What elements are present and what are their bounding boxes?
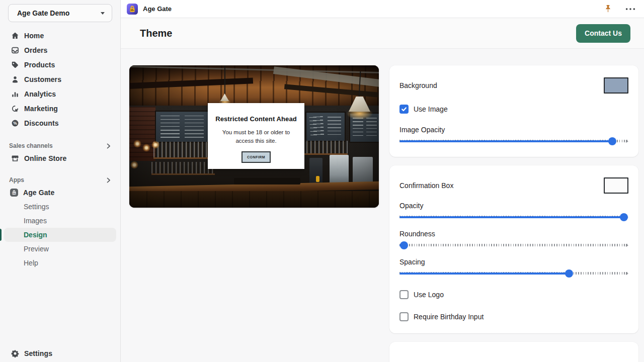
storefront-icon — [11, 154, 19, 162]
image-opacity-slider[interactable] — [399, 137, 628, 145]
products-icon — [11, 61, 19, 69]
customers-icon — [11, 75, 19, 83]
chalkboard-menu — [305, 112, 346, 142]
slider-label: Opacity — [399, 202, 628, 210]
string-light — [151, 141, 159, 149]
sidebar-item-marketing[interactable]: Marketing — [0, 101, 120, 116]
sidebar-item-online-store[interactable]: Online Store — [0, 151, 120, 165]
require-birthday-checkbox-row[interactable]: Require Birthday Input — [399, 312, 628, 321]
check-icon — [401, 106, 407, 112]
sidebar-item-label: Home — [24, 32, 44, 40]
sidebar-item-age-gate-app[interactable]: 18+ Age Gate — [0, 185, 120, 200]
slider-thumb[interactable] — [400, 241, 408, 249]
age-gate-app-icon-gray: 18+ — [10, 188, 19, 197]
card-title: Background — [399, 81, 437, 89]
age-gate-modal: Restricted Content Ahead You must be 18 … — [208, 103, 304, 169]
sidebar-item-settings[interactable]: Settings — [0, 346, 120, 360]
sidebar-item-label: Analytics — [24, 90, 56, 98]
slider-label: Image Opacity — [399, 126, 628, 134]
age-gate-admin-page: Age Gate Demo Home Orders Products Custo… — [0, 0, 644, 362]
slider-label: Spacing — [399, 258, 628, 266]
store-switcher[interactable]: Age Gate Demo — [8, 4, 112, 22]
sales-channels-header[interactable]: Sales channels — [0, 141, 120, 151]
home-icon — [11, 32, 19, 40]
slider-track — [399, 244, 628, 246]
use-image-checkbox[interactable] — [399, 105, 409, 114]
modal-body: You must be 18 or older to access this s… — [217, 128, 295, 146]
string-light — [130, 161, 138, 169]
spacing-slider[interactable] — [399, 269, 628, 277]
sidebar-item-label: Age Gate — [23, 189, 54, 197]
sidebar-item-label: Marketing — [24, 105, 58, 113]
opacity-slider[interactable] — [399, 213, 628, 221]
bottle-shelf — [302, 141, 348, 155]
chalkboard-menu — [155, 111, 209, 143]
age-gate-app-icon: 18+ — [127, 4, 138, 15]
condiment-bottle — [316, 176, 319, 182]
background-card: Background Use Image Image Opacity — [389, 65, 638, 157]
card-title: Confirmation Box — [399, 182, 453, 190]
sidebar-subitem-images[interactable]: Images — [4, 214, 116, 228]
bottle-shelf — [153, 142, 213, 159]
sidebar-item-label: Discounts — [24, 119, 59, 127]
sidebar-subitem-preview[interactable]: Preview — [4, 242, 116, 256]
use-logo-checkbox[interactable] — [399, 290, 409, 299]
slider-fill — [399, 216, 624, 218]
sidebar-item-orders[interactable]: Orders — [0, 43, 120, 57]
sidebar-item-label: Orders — [24, 46, 48, 54]
sidebar-item-customers[interactable]: Customers — [0, 72, 120, 86]
slider-fill — [399, 244, 404, 246]
espresso-machine — [330, 155, 349, 184]
confirmation-box-color-swatch[interactable] — [604, 177, 628, 194]
use-image-checkbox-row[interactable]: Use Image — [399, 105, 628, 114]
chevron-right-icon — [105, 177, 112, 184]
store-name: Age Gate Demo — [17, 9, 101, 17]
require-birthday-checkbox[interactable] — [399, 312, 409, 321]
discounts-icon: % — [11, 119, 19, 127]
sidebar-item-label: Customers — [24, 75, 61, 83]
contact-us-button[interactable]: Contact Us — [576, 24, 630, 43]
background-color-swatch[interactable] — [604, 77, 628, 94]
gear-icon — [11, 349, 19, 357]
confirm-button[interactable]: CONFIRM — [242, 151, 271, 163]
app-title: Age Gate — [143, 5, 598, 13]
sidebar-item-analytics[interactable]: Analytics — [0, 86, 120, 101]
more-menu-icon[interactable] — [624, 7, 637, 12]
sidebar-item-discounts[interactable]: % Discounts — [0, 116, 120, 130]
slider-thumb[interactable] — [608, 137, 616, 145]
roundness-slider[interactable] — [399, 241, 628, 249]
counter-tray — [234, 178, 300, 185]
lamp-cord — [224, 65, 225, 95]
svg-text:%: % — [13, 120, 17, 125]
svg-text:18+: 18+ — [130, 9, 134, 12]
apps-header[interactable]: Apps — [0, 175, 120, 185]
slider-fill — [399, 140, 612, 142]
age-gate-preview-image: Restricted Content Ahead You must be 18 … — [129, 65, 379, 208]
sidebar-subitem-settings[interactable]: Settings — [4, 200, 116, 214]
chevron-down-icon — [101, 12, 105, 17]
bar-equipment — [353, 157, 373, 184]
page-title: Theme — [140, 28, 576, 39]
chevron-right-icon — [105, 143, 112, 149]
content-area: Restricted Content Ahead You must be 18 … — [121, 49, 644, 362]
sidebar-item-products[interactable]: Products — [0, 57, 120, 72]
use-logo-checkbox-row[interactable]: Use Logo — [399, 290, 628, 299]
orders-icon — [11, 46, 19, 54]
sidebar-item-label: Settings — [24, 349, 52, 357]
sidebar-item-home[interactable]: Home — [0, 28, 120, 43]
main-area: 18+ Age Gate Theme Contact Us — [121, 0, 644, 362]
string-light — [133, 140, 141, 148]
sidebar-subitem-design[interactable]: Design — [4, 228, 116, 242]
app-topbar: 18+ Age Gate — [121, 0, 644, 18]
sidebar-subitem-help[interactable]: Help — [4, 256, 116, 270]
analytics-icon — [11, 90, 19, 98]
slider-thumb[interactable] — [565, 269, 573, 278]
slider-fill — [399, 273, 569, 275]
svg-text:18+: 18+ — [13, 192, 16, 194]
bar-counter-front — [129, 191, 379, 208]
slider-thumb[interactable] — [620, 213, 628, 221]
sidebar-item-label: Online Store — [24, 154, 66, 162]
slider-label: Roundness — [399, 230, 628, 238]
next-card-partial — [389, 342, 638, 362]
pin-icon[interactable] — [603, 4, 613, 14]
